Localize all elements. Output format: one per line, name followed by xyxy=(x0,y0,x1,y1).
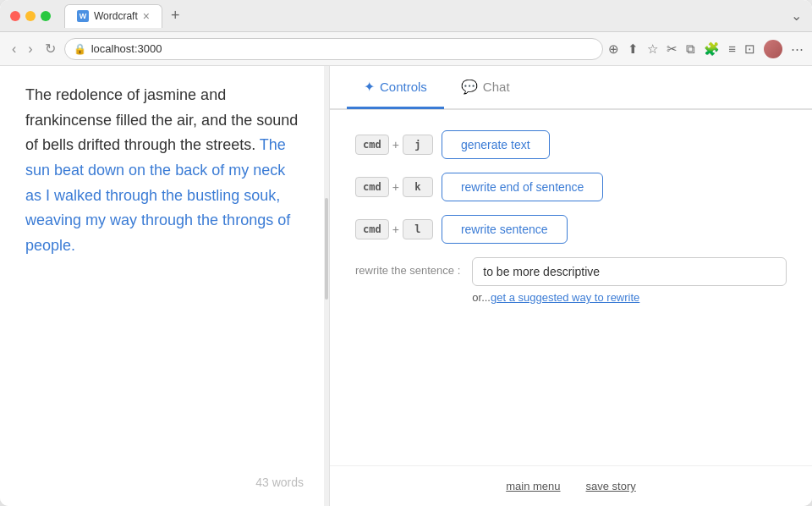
address-icons: ⊕ ⬆ ☆ ✂ ⧉ 🧩 ≡ ⊡ ⋯ xyxy=(608,40,804,58)
browser-controls-right: ⌄ xyxy=(791,8,802,24)
suggest-prefix: or... xyxy=(472,291,491,304)
tab-title: Wordcraft xyxy=(94,10,138,22)
scroll-thumb[interactable] xyxy=(325,198,328,300)
word-count: 43 words xyxy=(25,476,304,489)
back-button[interactable]: ‹ xyxy=(8,41,19,57)
url-text: localhost:3000 xyxy=(91,42,162,55)
main-menu-link[interactable]: main menu xyxy=(506,480,560,492)
j-key: j xyxy=(403,135,433,155)
tab-close-icon[interactable]: × xyxy=(143,10,150,22)
menu-icon[interactable]: ⋯ xyxy=(791,41,804,57)
rewrite-end-row: cmd + k rewrite end of sentence xyxy=(355,173,787,201)
highlighted-text: The sun beat down on the back of my neck… xyxy=(25,136,290,254)
tab-overview-icon[interactable]: ⊡ xyxy=(744,41,755,57)
cmd-key-l: cmd xyxy=(355,219,389,239)
rewrite-sentence-button[interactable]: rewrite sentence xyxy=(442,215,568,244)
cmd-key-k: cmd xyxy=(355,177,389,197)
rewrite-section: rewrite the sentence : or...get a sugges… xyxy=(355,257,787,304)
panel-tabs: ✦ Controls 💬 Chat xyxy=(330,66,812,110)
reader-icon[interactable]: ≡ xyxy=(728,41,736,56)
tab-area: W Wordcraft × + xyxy=(64,4,784,28)
rewrite-label: rewrite the sentence : xyxy=(355,257,460,277)
rewrite-input[interactable] xyxy=(472,257,787,286)
share-icon[interactable]: ⬆ xyxy=(628,41,639,57)
tab-chat[interactable]: 💬 Chat xyxy=(444,67,527,109)
panel-footer: main menu save story xyxy=(330,465,812,506)
rewrite-end-shortcut: cmd + k xyxy=(355,177,433,197)
controls-panel: ✦ Controls 💬 Chat cmd + j generat xyxy=(330,66,812,506)
rewrite-sentence-shortcut: cmd + l xyxy=(355,219,433,239)
maximize-button[interactable] xyxy=(41,11,51,21)
refresh-button[interactable]: ↻ xyxy=(41,41,59,57)
new-tab-button[interactable]: + xyxy=(166,7,185,25)
suggest-link-anchor[interactable]: get a suggested way to rewrite xyxy=(491,291,639,304)
editor-panel: The redolence of jasmine and frankincens… xyxy=(0,66,330,506)
chat-bubble-icon: 💬 xyxy=(461,79,478,95)
avatar[interactable] xyxy=(764,40,782,58)
tab-controls-label: Controls xyxy=(380,80,427,94)
scissors-icon[interactable]: ✂ xyxy=(667,41,678,57)
rewrite-right: or...get a suggested way to rewrite xyxy=(472,257,787,304)
rewrite-end-button[interactable]: rewrite end of sentence xyxy=(442,173,604,201)
tab-chat-label: Chat xyxy=(483,80,510,94)
generate-text-button[interactable]: generate text xyxy=(442,130,550,159)
forward-button[interactable]: › xyxy=(25,41,36,57)
traffic-lights xyxy=(10,11,51,21)
url-bar[interactable]: 🔒 localhost:3000 xyxy=(64,38,604,60)
plus-sign-3: + xyxy=(392,223,399,236)
editor-text[interactable]: The redolence of jasmine and frankincens… xyxy=(25,83,304,462)
title-bar: W Wordcraft × + ⌄ xyxy=(0,0,812,32)
plus-sign-1: + xyxy=(392,138,399,151)
tab-controls[interactable]: ✦ Controls xyxy=(347,67,444,109)
l-key: l xyxy=(403,219,433,239)
main-content: The redolence of jasmine and frankincens… xyxy=(0,66,812,506)
minimize-button[interactable] xyxy=(25,11,36,21)
lock-icon: 🔒 xyxy=(74,43,86,55)
scroll-track xyxy=(324,66,329,506)
tab-favicon: W xyxy=(77,10,89,22)
spark-icon: ✦ xyxy=(364,79,375,95)
controls-body: cmd + j generate text cmd + k rewrite en… xyxy=(330,110,812,465)
rewrite-sentence-row: cmd + l rewrite sentence xyxy=(355,215,787,244)
generate-text-row: cmd + j generate text xyxy=(355,130,787,159)
zoom-icon[interactable]: ⊕ xyxy=(608,41,619,57)
puzzle-icon[interactable]: 🧩 xyxy=(704,41,720,57)
close-button[interactable] xyxy=(10,11,20,21)
generate-text-shortcut: cmd + j xyxy=(355,135,433,155)
address-bar: ‹ › ↻ 🔒 localhost:3000 ⊕ ⬆ ☆ ✂ ⧉ 🧩 ≡ ⊡ ⋯ xyxy=(0,32,812,66)
suggest-link: or...get a suggested way to rewrite xyxy=(472,291,787,304)
save-story-link[interactable]: save story xyxy=(586,480,636,492)
browser-window: W Wordcraft × + ⌄ ‹ › ↻ 🔒 localhost:3000… xyxy=(0,0,812,506)
plus-sign-2: + xyxy=(392,180,399,194)
k-key: k xyxy=(403,177,433,197)
cmd-key-j: cmd xyxy=(355,135,389,155)
copy-icon[interactable]: ⧉ xyxy=(686,41,695,57)
active-tab[interactable]: W Wordcraft × xyxy=(64,4,162,28)
bookmark-icon[interactable]: ☆ xyxy=(647,41,658,57)
